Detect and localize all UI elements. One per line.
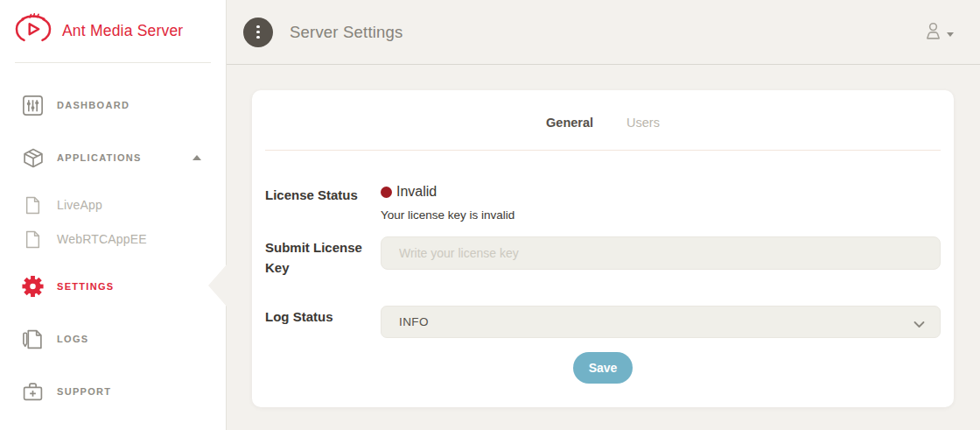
settings-form: License Status Invalid Your license key … [252, 184, 954, 384]
file-icon [24, 196, 41, 215]
save-button[interactable]: Save [573, 352, 633, 384]
sidebar: Ant Media Server DASHBOARD [0, 0, 227, 430]
license-status-text: Invalid [396, 184, 437, 200]
license-key-input[interactable] [381, 236, 941, 270]
license-status-row: License Status Invalid Your license key … [265, 184, 941, 222]
log-status-select[interactable]: INFO [381, 306, 941, 338]
app-window: Ant Media Server DASHBOARD [0, 0, 980, 430]
sidebar-item-label: SUPPORT [57, 386, 111, 397]
sidebar-item-label: WebRTCAppEE [57, 232, 147, 246]
server-settings-card: General Users License Status Invalid You… [252, 90, 954, 407]
sidebar-item-label: LOGS [57, 334, 88, 344]
support-icon [21, 381, 45, 403]
sidebar-item-settings[interactable]: SETTINGS [0, 267, 226, 306]
kebab-dot [256, 31, 260, 34]
sidebar-item-label: APPLICATIONS [57, 152, 142, 163]
kebab-dot [256, 25, 260, 29]
license-status-description: Your license key is invalid [381, 208, 941, 222]
sidebar-item-webrtcappee[interactable]: WebRTCAppEE [0, 224, 226, 254]
save-row: Save [265, 352, 941, 384]
sidebar-item-liveapp[interactable]: LiveApp [0, 190, 226, 220]
active-item-notch [208, 264, 227, 307]
sidebar-item-applications[interactable]: APPLICATIONS [0, 140, 226, 175]
sidebar-item-label: DASHBOARD [57, 100, 130, 110]
logs-icon [21, 328, 45, 350]
license-key-label: Submit License Key [265, 236, 381, 278]
sidebar-divider [15, 62, 211, 63]
ant-media-logo-icon [12, 12, 54, 51]
kebab-menu-button[interactable] [243, 18, 273, 47]
brand-logo[interactable]: Ant Media Server [0, 0, 226, 62]
gear-icon [21, 274, 45, 299]
sidebar-item-label: SETTINGS [57, 281, 114, 292]
box-icon [21, 147, 45, 169]
sidebar-nav: DASHBOARD APPLICATIONS [0, 88, 226, 409]
tab-divider [265, 150, 941, 151]
license-key-row: Submit License Key [265, 236, 941, 278]
collapse-up-icon[interactable] [192, 155, 201, 160]
log-status-row: Log Status INFO [265, 306, 941, 338]
file-icon [24, 230, 41, 249]
sidebar-item-logs[interactable]: LOGS [0, 321, 226, 356]
user-menu-button[interactable] [923, 21, 954, 44]
log-status-label: Log Status [265, 306, 381, 327]
tab-general[interactable]: General [544, 112, 595, 133]
content-area: Server Settings General Users [227, 0, 980, 430]
kebab-dot [256, 36, 260, 39]
sidebar-item-dashboard[interactable]: DASHBOARD [0, 88, 226, 123]
license-status-value: Invalid [381, 184, 941, 200]
license-status-label: License Status [265, 184, 381, 205]
caret-down-icon [947, 32, 954, 37]
user-icon [923, 21, 943, 44]
status-dot-icon [381, 187, 392, 198]
top-bar: Server Settings [227, 0, 980, 65]
brand-name: Ant Media Server [62, 22, 183, 40]
page-title: Server Settings [290, 23, 402, 42]
sidebar-item-label: LiveApp [57, 198, 102, 212]
settings-tabs: General Users [252, 90, 954, 133]
sidebar-item-support[interactable]: SUPPORT [0, 374, 226, 409]
tab-users[interactable]: Users [625, 112, 662, 133]
sliders-icon [21, 95, 45, 116]
